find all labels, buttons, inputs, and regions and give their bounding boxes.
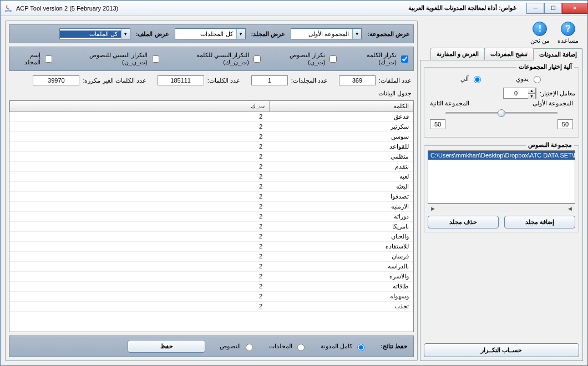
radio-auto[interactable]: آلي [460, 74, 483, 83]
table-row[interactable]: دوراته2 [9, 212, 413, 222]
stat-folders: عدد المجلدات: [251, 75, 328, 85]
help-label: مساعده [557, 37, 579, 44]
about-label: من نحن [530, 37, 550, 44]
close-button[interactable]: ✕ [562, 3, 587, 14]
tab-panel: آلية إختيار المجموعات يدوي آلي معامل الإ… [420, 60, 583, 361]
table-row[interactable]: والحنان2 [9, 232, 413, 242]
table-row[interactable]: سكرتير2 [9, 122, 413, 132]
spinner-buttons[interactable]: ▲▼ [528, 88, 536, 99]
spin-up-icon[interactable]: ▲ [528, 88, 535, 94]
save-button[interactable]: حفظ [128, 340, 205, 353]
scroll-right-icon[interactable]: ► [428, 205, 438, 212]
title-left: ACP Tool version 2 (5 February 2013) [4, 4, 118, 13]
check-folder-name[interactable]: إسم المجلد [13, 52, 54, 66]
factor-label: معامل الإختيار: [540, 90, 575, 97]
about-button[interactable]: ! من نحن [530, 22, 550, 44]
save-row: حفظ نتائج: كامل المدونة المجلدات النصوص … [9, 336, 414, 357]
data-table: الكلمة ت_ك فدعق2سكرتير2سوسن2للقواعد2منظم… [9, 100, 414, 332]
folders-count [251, 75, 288, 85]
mode-radio-row: يدوي آلي [428, 72, 575, 88]
chevron-down-icon: ▼ [121, 29, 130, 39]
group2-label: المجموعة الثانية [430, 100, 469, 107]
texts-group-fieldset: مجموعة النصوص C:\Users\mmkhan\Desktop\Dr… [424, 145, 579, 232]
table-row[interactable]: نتقدم2 [9, 162, 413, 172]
chevron-down-icon: ▼ [352, 29, 361, 39]
check-word-freq[interactable]: تكرار الكلمة (ت_ك) [347, 52, 410, 66]
factor-input[interactable] [504, 88, 528, 98]
tab-add-corpus[interactable]: إضافة المدونات [533, 48, 583, 60]
main-tabs: إضافة المدونات تنقيح المفردات العرض و ال… [420, 48, 583, 60]
maximize-button[interactable]: ☐ [544, 3, 562, 14]
table-row[interactable]: الارمنيه2 [9, 202, 413, 212]
words-count [158, 75, 204, 85]
spin-down-icon[interactable]: ▼ [528, 94, 535, 99]
folder-buttons: إضافة مجلد حذف مجلد [428, 216, 575, 228]
radio-manual[interactable]: يدوي [516, 74, 543, 83]
table-row[interactable]: للقواعد2 [9, 142, 413, 152]
delete-folder-button[interactable]: حذف مجلد [428, 216, 499, 228]
slider-thumb[interactable] [498, 109, 505, 117]
table-caption: جدول البيانات [9, 90, 414, 97]
save-label: حفظ نتائج: [381, 343, 408, 350]
table-row[interactable]: للاستفاده2 [9, 242, 413, 252]
folder-list[interactable]: C:\Users\mmkhan\Desktop\Dropbox\ATC DATA… [428, 150, 575, 204]
check-rel-word-freq[interactable]: التكرار النسبي للكلمة (ت_ن_ك) [170, 52, 262, 66]
folder-list-hscroll[interactable]: ◄► [428, 204, 575, 212]
column-checks-row: تكرار الكلمة (ت_ك) تكرار النصوص (ت_ن) ال… [9, 47, 414, 71]
table-row[interactable]: بامريكا2 [9, 222, 413, 232]
check-doc-freq[interactable]: تكرار النصوص (ت_ن) [271, 52, 339, 66]
stats-row: عدد الملفات: عدد المجلدات: عدد الكلمات: … [9, 74, 414, 87]
table-row[interactable]: وسهوله2 [9, 292, 413, 302]
folder-path-row[interactable]: C:\Users\mmkhan\Desktop\Dropbox\ATC DATA… [428, 151, 575, 160]
check-rel-doc-freq[interactable]: التكرار النسبي للنصوص (ت_ن_ن) [63, 52, 160, 66]
table-row[interactable]: تصدقوا2 [9, 192, 413, 202]
group-combo[interactable]: ▼المجموعة الأولى [291, 28, 362, 39]
java-icon [4, 4, 13, 13]
tab-view-compare[interactable]: العرض و المقارنة [430, 48, 485, 60]
table-row[interactable]: فرسان2 [9, 252, 413, 262]
info-icon: ! [533, 22, 547, 36]
table-row[interactable]: فدعق2 [9, 112, 413, 122]
group1-label: المجموعة الأولى [533, 100, 573, 107]
col-freq[interactable]: ت_ك [9, 101, 269, 111]
tab-refine-vocab[interactable]: تنقيح المفردات [484, 48, 534, 60]
main-panel: عرض المجموعة: ▼المجموعة الأولى عرض المجل… [5, 21, 418, 361]
files-count [339, 75, 376, 85]
add-folder-button[interactable]: إضافة مجلد [504, 216, 575, 228]
group-select-legend: آلية إختيار المجموعات [516, 63, 574, 70]
app-window: ACP Tool version 2 (5 February 2013) غوا… [0, 0, 588, 366]
table-row[interactable]: البعثه2 [9, 182, 413, 192]
compute-frequency-button[interactable]: حســاب التكــرار [424, 343, 579, 357]
slider-value-right: 50 [557, 119, 573, 129]
stat-words: عدد الكلمات: [158, 75, 240, 85]
side-panel: ? مساعده ! من نحن إضافة المدونات تنقيح ا… [420, 21, 583, 361]
factor-spinner[interactable]: ▲▼ [503, 88, 536, 99]
chevron-down-icon: ▼ [236, 29, 245, 39]
table-row[interactable]: منظمي2 [9, 152, 413, 162]
table-row[interactable]: بالدراسه2 [9, 262, 413, 272]
help-button[interactable]: ? مساعده [557, 22, 579, 44]
display-combos-row: عرض المجموعة: ▼المجموعة الأولى عرض المجل… [9, 24, 414, 43]
window-title-en: ACP Tool version 2 (5 February 2013) [16, 5, 118, 12]
table-row[interactable]: سوسن2 [9, 132, 413, 142]
folder-combo[interactable]: ▼كل المجلدات [175, 28, 246, 39]
group-slider[interactable]: 50 50 [430, 108, 573, 133]
slider-labels: المجموعة الأولى المجموعة الثانية [430, 100, 573, 107]
radio-folders[interactable]: المجلدات [269, 342, 306, 351]
radio-whole-corpus[interactable]: كامل المدونة [321, 342, 366, 351]
table-row[interactable]: لعبه2 [9, 172, 413, 182]
file-combo[interactable]: ▼كل الملفات [59, 28, 130, 39]
minimize-button[interactable]: ─ [526, 3, 544, 14]
table-body[interactable]: فدعق2سكرتير2سوسن2للقواعد2منظمي2نتقدم2لعب… [9, 112, 413, 332]
table-row[interactable]: طاقاته2 [9, 282, 413, 292]
table-row[interactable]: تجذب2 [9, 302, 413, 312]
radio-texts[interactable]: النصوص [220, 342, 255, 351]
col-word[interactable]: الكلمة [269, 101, 413, 111]
table-row[interactable]: والاسره2 [9, 272, 413, 282]
stat-unique: عدد الكلمات الغير مكرره: [33, 75, 146, 85]
help-icon: ? [561, 22, 575, 36]
scroll-left-icon[interactable]: ◄ [565, 205, 575, 212]
texts-group-legend: مجموعة النصوص [526, 141, 574, 149]
window-controls: ─ ☐ ✕ [526, 3, 587, 14]
title-bar: ACP Tool version 2 (5 February 2013) غوا… [1, 1, 587, 16]
